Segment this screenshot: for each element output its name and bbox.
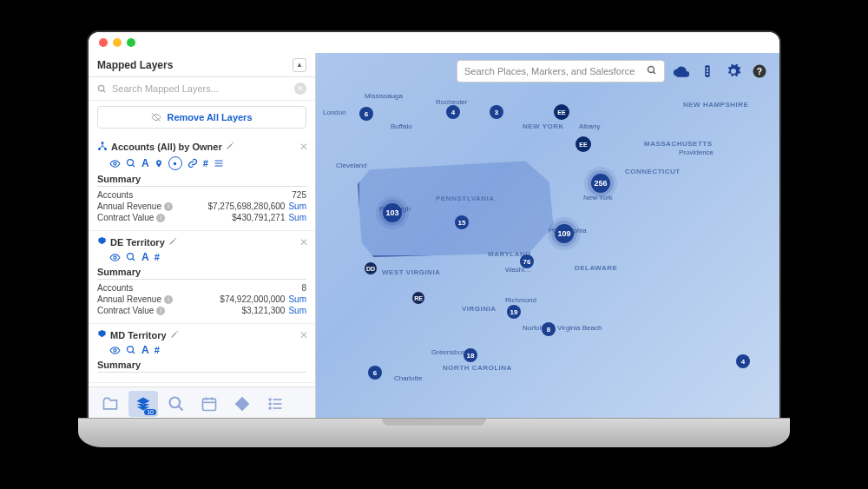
map-marker[interactable]: 256 [591,174,610,193]
visibility-icon[interactable] [109,252,121,263]
map-marker[interactable]: 8 [542,322,556,336]
folder-icon[interactable] [95,391,125,417]
svg-point-22 [128,254,134,260]
aggregation-link[interactable]: Sum [288,202,306,211]
svg-point-33 [269,398,272,400]
map-marker[interactable]: EE [554,104,569,120]
aggregation-link[interactable]: Sum [288,213,306,222]
state-label: CONNECTICUT [625,168,681,175]
cloud-icon[interactable] [672,62,691,81]
svg-point-27 [170,397,181,407]
layer-item: ✕ DE Territory A # Summary [89,231,315,324]
map-marker[interactable]: 3 [490,105,503,119]
layers-search-input[interactable]: Search Mapped Layers... ✕ [89,77,315,101]
hidden-icon [151,112,161,122]
map-marker[interactable]: 6 [368,366,382,380]
close-icon[interactable]: ✕ [299,141,308,153]
city-label: Mississauga [365,92,403,100]
layers-icon[interactable]: 10 [128,391,158,417]
aggregation-link[interactable]: Sum [288,294,306,304]
info-icon[interactable]: i [164,295,173,304]
bottom-toolbar: 10 [89,387,315,420]
info-icon[interactable]: i [164,202,173,211]
map-marker[interactable]: 4 [446,105,460,119]
window-minimize-icon[interactable] [113,38,122,47]
svg-rect-19 [214,163,222,164]
city-label: London [323,109,346,116]
shape-icon [97,329,107,340]
label-icon[interactable]: A [141,157,149,169]
window-maximize-icon[interactable] [127,38,135,47]
map-marker[interactable]: 103 [383,203,402,222]
visibility-icon[interactable] [109,345,121,356]
map-marker[interactable]: DD [365,262,377,274]
directions-icon[interactable] [227,391,257,417]
city-label: New York [583,194,613,202]
list-icon[interactable] [214,158,224,169]
hash-icon[interactable]: # [155,252,160,262]
traffic-icon[interactable] [698,62,717,81]
label-icon[interactable]: A [141,251,149,263]
remove-all-layers-button[interactable]: Remove All Layers [97,106,306,129]
summary-row: Annual Revenuei$74,922,000,000Sum [97,294,306,305]
zoom-icon[interactable] [126,345,136,355]
clear-search-icon[interactable]: ✕ [294,83,306,95]
layers-count-badge: 10 [144,409,156,415]
gear-icon[interactable] [724,62,743,81]
layer-toolbar: A # [109,251,306,263]
laptop-base [78,418,790,447]
svg-point-14 [114,162,116,164]
city-label: Greensboro [431,348,468,356]
hierarchy-icon [97,141,108,153]
collapse-panel-button[interactable]: ▲ [293,58,306,72]
edit-icon[interactable] [168,237,177,248]
link-icon[interactable] [187,158,198,169]
city-label: Buffalo [391,122,412,130]
summary-row: Contract Valuei$430,791,271Sum [97,212,306,223]
svg-point-25 [128,347,134,353]
hash-icon[interactable]: # [155,345,160,355]
close-icon[interactable]: ✕ [299,236,308,248]
panel-title: Mapped Layers [97,59,173,71]
window-close-icon[interactable] [99,38,108,47]
search-icon[interactable] [647,65,657,77]
svg-rect-18 [214,161,222,162]
zoom-icon[interactable] [126,252,136,262]
list-tab-icon[interactable] [260,391,290,417]
zoom-icon[interactable] [126,158,136,169]
global-search-input[interactable]: Search Places, Markers, and Salesforce [457,60,665,83]
svg-line-28 [179,406,183,410]
svg-line-1 [654,72,656,75]
layers-list: ✕ Accounts (All) by Owner [89,135,315,387]
map-marker[interactable]: 109 [555,224,574,243]
close-icon[interactable]: ✕ [299,329,308,341]
search-tab-icon[interactable] [161,391,191,417]
state-label: NORTH CAROLINA [443,364,512,372]
map-marker[interactable]: 4 [736,354,750,368]
map-marker[interactable]: 19 [507,305,521,319]
map-marker[interactable]: 15 [455,215,469,229]
map-marker[interactable]: 18 [464,348,477,362]
help-icon[interactable]: ? [750,62,769,81]
map-marker[interactable]: 76 [520,254,534,268]
svg-line-9 [103,89,105,91]
svg-point-15 [128,160,134,166]
aggregation-link[interactable]: Sum [288,306,306,315]
map-marker[interactable]: RE [412,292,424,304]
svg-point-5 [707,73,708,75]
pin-icon[interactable] [155,158,163,169]
svg-rect-38 [273,407,282,409]
city-label: Virginia Beach [557,324,602,332]
visibility-icon[interactable] [109,158,121,169]
edit-icon[interactable] [170,330,179,340]
info-icon[interactable]: i [156,214,165,222]
map-marker[interactable]: 6 [359,107,373,121]
hash-icon[interactable]: # [203,158,208,169]
shape-icon [97,236,107,248]
map-marker[interactable]: EE [575,136,591,152]
info-icon[interactable]: i [156,307,165,315]
edit-icon[interactable] [226,142,234,152]
target-icon[interactable] [168,156,182,170]
calendar-icon[interactable] [194,391,224,417]
label-icon[interactable]: A [141,344,149,356]
